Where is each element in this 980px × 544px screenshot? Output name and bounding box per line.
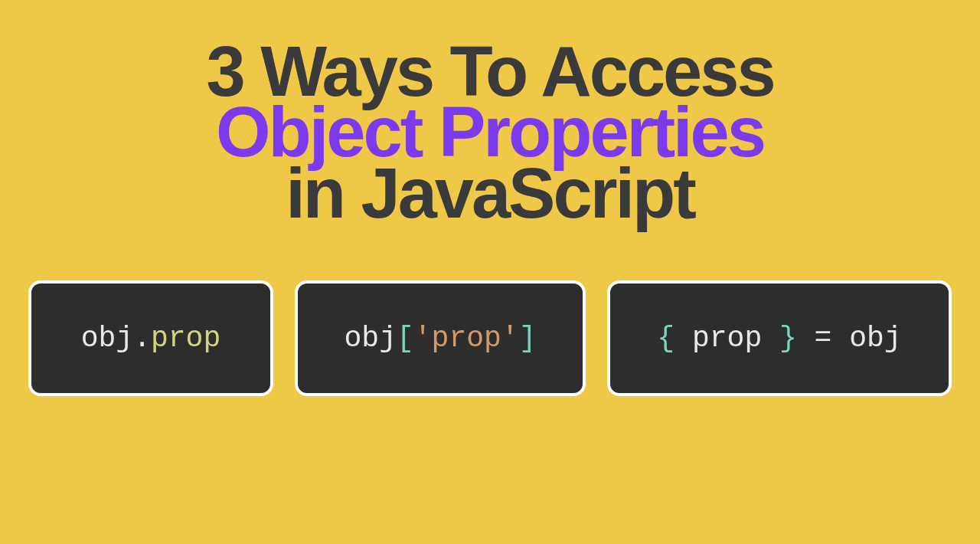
title-section: 3 Ways To Access Object Properties in Ja… [206, 38, 773, 227]
code-token: . [133, 322, 151, 355]
code-text: obj.prop [81, 322, 220, 355]
code-text: { prop } = obj [657, 322, 901, 355]
code-token: [ [397, 322, 414, 355]
code-token: obj [849, 322, 901, 355]
title-line-3: in JavaScript [206, 160, 773, 227]
code-token: obj [81, 322, 133, 355]
code-example-destructuring: { prop } = obj [607, 280, 952, 396]
code-examples-row: obj.prop obj['prop'] { prop } = obj [0, 280, 980, 396]
code-token: 'prop' [414, 322, 519, 355]
code-token: prop [151, 322, 220, 355]
code-token: obj [345, 322, 397, 355]
code-text: obj['prop'] [345, 322, 537, 355]
code-example-bracket-notation: obj['prop'] [295, 280, 586, 396]
code-token: } [762, 322, 797, 355]
code-token: prop [692, 322, 762, 355]
code-token: = [797, 322, 849, 355]
code-token: { [657, 322, 692, 355]
code-token: ] [519, 322, 537, 355]
code-example-dot-notation: obj.prop [28, 280, 273, 396]
